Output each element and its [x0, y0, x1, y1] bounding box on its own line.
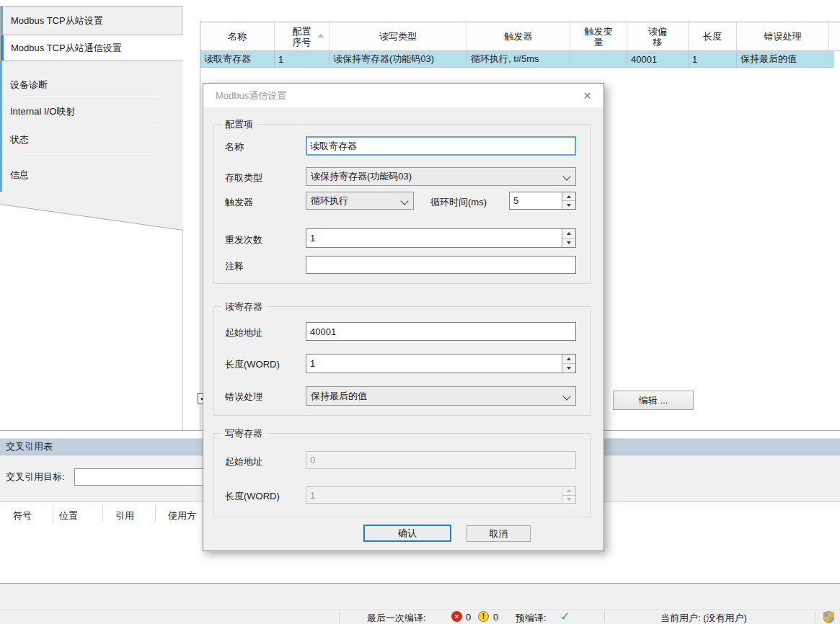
warning-count: 0: [493, 612, 498, 623]
edit-button[interactable]: 编辑 ...: [613, 391, 694, 410]
error-icon: ✕: [451, 611, 462, 622]
spinner-up-icon: [562, 487, 575, 495]
comment-field[interactable]: [306, 256, 576, 274]
chevron-down-icon: [562, 392, 570, 400]
column-header-length[interactable]: 长度: [689, 22, 737, 50]
access-type-value: 读保持寄存器(功能码03): [311, 170, 412, 183]
dialog-title: Modbus通信设置: [216, 89, 286, 102]
name-label: 名称: [225, 141, 244, 153]
last-compile-label: 最后一次编译:: [367, 612, 426, 624]
chevron-down-icon: [400, 197, 408, 205]
confirm-button[interactable]: 确认: [363, 525, 451, 542]
xref-column-usage[interactable]: 使用方: [168, 509, 196, 522]
retry-count-spinner[interactable]: 1: [306, 228, 576, 248]
xref-column-position[interactable]: 位置: [59, 509, 78, 522]
cancel-button[interactable]: 取消: [467, 525, 531, 542]
cycle-time-spinner[interactable]: 5: [509, 192, 576, 210]
trigger-select[interactable]: 循环执行: [306, 192, 414, 210]
column-header-error-handling[interactable]: 错误处理: [737, 22, 829, 50]
column-header-label: 触发器: [505, 31, 533, 42]
cross-reference-target-label: 交叉引用目标:: [6, 471, 65, 483]
column-header-read-offset[interactable]: 读偏 移: [627, 22, 689, 50]
column-header-label: 长度: [703, 31, 722, 42]
precompile-label: 预编译:: [516, 612, 547, 624]
check-icon: ✓: [560, 610, 570, 623]
column-header-label: 序号: [293, 37, 311, 48]
comment-label: 注释: [225, 260, 244, 273]
spinner-down-icon[interactable]: [562, 238, 575, 247]
sidebar-item-information[interactable]: 信息: [10, 169, 29, 182]
selected-tab-accent-strip: [1, 35, 4, 61]
channel-table-header: 名称 配置 序号 读写类型 触发器 触发变 量 读偏 移 长度: [200, 22, 840, 51]
name-field[interactable]: 读取寄存器: [306, 136, 576, 156]
spinner-up-icon[interactable]: [562, 355, 575, 363]
spinner-up-icon[interactable]: [562, 192, 575, 200]
status-separator: [339, 611, 340, 623]
sidebar-item-modbus-tcp-slave-comm-settings[interactable]: Modbus TCP从站通信设置: [0, 35, 183, 61]
cell-error-handling: 保持最后的值: [737, 51, 829, 67]
sidebar-item-modbus-tcp-slave-settings[interactable]: Modbus TCP从站设置: [0, 6, 182, 35]
column-header-trigger-variable[interactable]: 触发变 量: [570, 22, 627, 50]
error-handling-label: 错误处理: [225, 391, 262, 404]
spinner-buttons: [562, 192, 575, 209]
column-header-rw-type[interactable]: 读写类型: [330, 22, 467, 50]
application-window: 设备诊断 Internal I/O映射 状态 信息 Modbus TCP从站设置…: [0, 0, 840, 624]
read-register-group-legend: 读寄存器: [221, 301, 266, 312]
xref-column-symbol[interactable]: 符号: [13, 509, 32, 522]
column-separator: [102, 505, 103, 522]
column-header-trigger[interactable]: 触发器: [467, 22, 570, 50]
spinner-down-icon[interactable]: [562, 363, 575, 373]
table-row-selected[interactable]: 读取寄存器 1 读保持寄存器(功能码03) 循环执行, t#5ms 40001 …: [200, 51, 834, 68]
write-register-group: 写寄存器: [213, 433, 591, 517]
cell-length: 1: [689, 51, 737, 67]
sidebar-item-internal-io-mapping[interactable]: Internal I/O映射: [10, 105, 75, 118]
status-separator: [604, 611, 605, 623]
warning-icon: !: [478, 611, 489, 622]
column-header-config-index[interactable]: 配置 序号: [275, 22, 330, 50]
tab-separator: [22, 96, 159, 97]
cell-rw-type: 读保持寄存器(功能码03): [330, 51, 467, 67]
message-band: [0, 583, 840, 609]
write-length-spinner: 1: [306, 486, 576, 504]
column-separator: [155, 505, 156, 522]
close-icon[interactable]: ✕: [571, 84, 604, 107]
status-bar: 最后一次编译: ✕ 0 ! 0 预编译: ✓ 当前用户: (没有用户): [0, 609, 840, 624]
cross-reference-title: 交叉引用表: [6, 440, 53, 453]
sidebar-item-device-diagnosis[interactable]: 设备诊断: [10, 79, 48, 92]
read-length-spinner[interactable]: 1: [306, 354, 576, 373]
dialog-titlebar[interactable]: Modbus通信设置: [203, 84, 604, 107]
current-user-label: 当前用户: (没有用户): [660, 612, 747, 624]
write-length-label: 长度(WORD): [225, 490, 280, 503]
write-length-value: 1: [310, 490, 315, 501]
tab-accent-strip: [1, 6, 3, 35]
spinner-buttons: [562, 355, 575, 373]
cell-config-index: 1: [275, 51, 330, 67]
read-length-label: 长度(WORD): [225, 358, 280, 371]
spinner-up-icon[interactable]: [562, 229, 575, 238]
spinner-buttons: [562, 229, 575, 247]
chevron-down-icon: [562, 172, 570, 180]
tab-separator: [22, 153, 159, 153]
tab-column-right-edge: [182, 229, 183, 430]
access-type-select[interactable]: 读保持寄存器(功能码03): [306, 167, 576, 186]
tab-label: Modbus TCP从站设置: [11, 14, 103, 27]
access-type-label: 存取类型: [225, 171, 262, 184]
xref-column-reference[interactable]: 引用: [115, 509, 134, 522]
spinner-down-icon[interactable]: [562, 200, 575, 209]
column-separator: [53, 505, 53, 522]
column-header-label: 读偏: [648, 26, 667, 37]
write-register-group-legend: 写寄存器: [221, 428, 266, 439]
tab-label: Modbus TCP从站通信设置: [11, 42, 122, 55]
read-start-address-field[interactable]: 40001: [306, 322, 576, 341]
cell-trigger-variable: [570, 51, 627, 67]
tab-separator: [22, 125, 159, 125]
config-group-legend: 配置项: [221, 119, 257, 130]
error-count: 0: [466, 612, 471, 623]
read-length-value: 1: [310, 358, 315, 369]
sidebar-item-status[interactable]: 状态: [10, 133, 29, 146]
cell-trigger: 循环执行, t#5ms: [467, 51, 570, 67]
error-handling-select[interactable]: 保持最后的值: [306, 386, 576, 406]
trigger-label: 触发器: [225, 196, 253, 209]
column-header-name[interactable]: 名称: [200, 22, 275, 50]
cell-name: 读取寄存器: [200, 51, 275, 67]
